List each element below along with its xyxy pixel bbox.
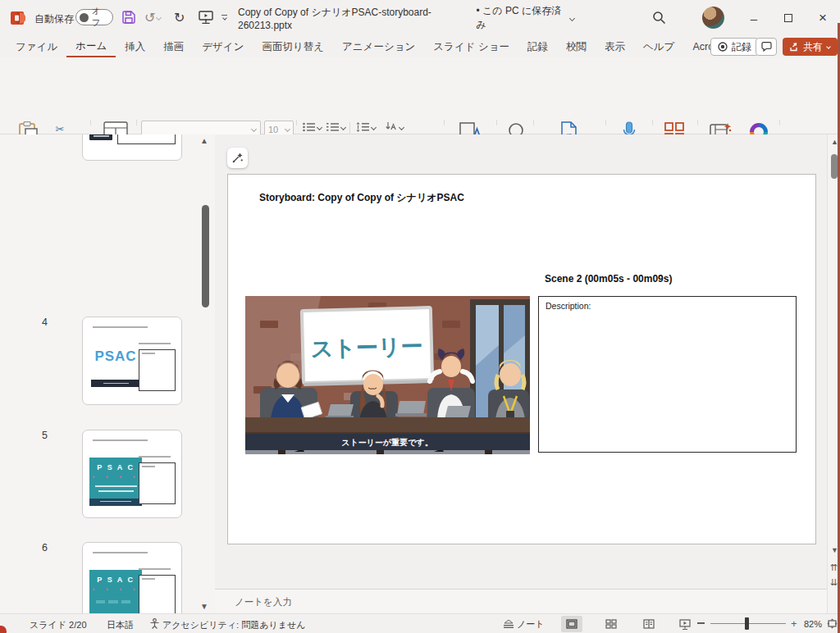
zoom-level[interactable]: 82% bbox=[804, 619, 822, 629]
tab-design[interactable]: デザイン bbox=[193, 36, 253, 57]
record-button[interactable]: 記録 bbox=[710, 38, 759, 56]
scene-illustration[interactable]: ストーリー bbox=[245, 296, 530, 454]
thumb-scene-line bbox=[139, 568, 170, 570]
share-button-label: 共有 bbox=[803, 40, 823, 54]
tab-review[interactable]: 校閲 bbox=[557, 36, 596, 57]
slide-canvas[interactable]: Storyboard: Copy of Copy of シナリオPSAC Sce… bbox=[227, 174, 816, 544]
ribbon: 貼り付け ✂ クリップボード スライド 10 B I U S ab AV bbox=[0, 57, 840, 134]
thumbnail-number-6: 6 bbox=[33, 542, 48, 553]
thumbnail-scroll-up-arrow[interactable]: ▲ bbox=[200, 136, 208, 145]
slide-indicator[interactable]: スライド 2/20 bbox=[30, 619, 87, 631]
document-title: Copy of Copy of シナリオPSAC-storyboard-2602… bbox=[238, 6, 472, 31]
tab-view[interactable]: 表示 bbox=[596, 36, 634, 57]
slide-thumbnail-3-partial[interactable] bbox=[82, 134, 182, 161]
thumb-title-line bbox=[93, 439, 148, 441]
notes-button-label: ノート bbox=[517, 618, 545, 631]
sparkle-pen-icon bbox=[231, 152, 244, 164]
thumb-description-box bbox=[139, 462, 175, 504]
designer-sparkle-button[interactable] bbox=[227, 148, 248, 168]
thumbnail-number-4: 4 bbox=[33, 316, 48, 328]
accessibility-status[interactable]: アクセシビリティ: 問題ありません bbox=[162, 619, 305, 631]
scrollbar-thumb[interactable] bbox=[831, 154, 838, 179]
tab-file[interactable]: ファイル bbox=[7, 36, 66, 57]
undo-button[interactable]: ↺ bbox=[144, 10, 161, 25]
tab-draw[interactable]: 描画 bbox=[154, 36, 193, 57]
normal-view-button[interactable] bbox=[561, 616, 582, 632]
reading-view-button[interactable] bbox=[638, 616, 660, 632]
slide-thumbnail-6[interactable]: P S A C ● ● ● ● bbox=[82, 542, 182, 613]
tab-record[interactable]: 記録 bbox=[518, 36, 557, 57]
redo-button[interactable]: ↻ bbox=[174, 10, 185, 25]
slide-sorter-view-button[interactable] bbox=[600, 616, 622, 632]
tab-animations[interactable]: アニメーション bbox=[333, 36, 424, 57]
share-button[interactable]: 共有 bbox=[783, 38, 838, 56]
zoom-in-button[interactable]: + bbox=[791, 617, 797, 630]
scene-caption: ストーリーが重要です。 bbox=[341, 438, 432, 447]
toggle-knob bbox=[80, 13, 89, 22]
tab-transitions[interactable]: 画面切り替え bbox=[253, 36, 333, 57]
account-avatar[interactable] bbox=[702, 7, 724, 29]
minimize-button[interactable]: – bbox=[737, 0, 771, 36]
save-status: • この PC に保存済み bbox=[477, 4, 567, 32]
slide-thumbnail-4[interactable]: PSAC bbox=[82, 316, 182, 405]
scene-label[interactable]: Scene 2 (00m05s - 00m09s) bbox=[545, 273, 672, 285]
slide-title[interactable]: Storyboard: Copy of Copy of シナリオPSAC bbox=[259, 191, 464, 205]
save-icon[interactable] bbox=[121, 10, 136, 25]
title-bar: 自動保存 オフ ↺ ↻ Copy of Copy of シナリオPSAC-sto… bbox=[0, 0, 840, 36]
tab-insert[interactable]: 挿入 bbox=[116, 36, 154, 57]
zoom-slider-tick-area bbox=[752, 623, 764, 624]
autosave-state: オフ bbox=[92, 6, 109, 29]
notification-fragment bbox=[0, 626, 7, 633]
search-icon[interactable] bbox=[652, 11, 666, 25]
slide-thumbnail-5[interactable]: P S A C ● ● ● ● bbox=[82, 430, 182, 518]
language-indicator[interactable]: 日本語 bbox=[107, 619, 134, 631]
document-title-area[interactable]: Copy of Copy of シナリオPSAC-storyboard-2602… bbox=[238, 0, 574, 36]
slideshow-view-button[interactable] bbox=[674, 616, 696, 632]
thumbnail-scroll-down-arrow[interactable]: ▼ bbox=[200, 602, 208, 611]
editing-area: Storyboard: Copy of Copy of シナリオPSAC Sce… bbox=[215, 134, 827, 613]
text-direction-button[interactable] bbox=[386, 122, 404, 133]
share-icon bbox=[790, 43, 799, 52]
bullets-button[interactable] bbox=[303, 122, 322, 132]
font-size-value: 10 bbox=[268, 125, 278, 134]
thumb-description-box bbox=[139, 575, 175, 613]
board-text: ストーリー bbox=[310, 334, 423, 362]
powerpoint-window: 自動保存 オフ ↺ ↻ Copy of Copy of シナリオPSAC-sto… bbox=[0, 0, 840, 633]
thumb-caption-bar bbox=[91, 380, 142, 387]
zoom-out-button[interactable] bbox=[697, 622, 705, 624]
notes-placeholder: ノートを入力 bbox=[235, 596, 292, 608]
thumb-slide-image: P S A C ● ● ● ● bbox=[89, 458, 142, 506]
line-spacing-button[interactable] bbox=[356, 122, 376, 132]
description-box[interactable]: Description: bbox=[538, 296, 797, 453]
record-icon bbox=[718, 42, 728, 52]
numbering-button[interactable] bbox=[326, 122, 345, 132]
ribbon-tab-bar: ファイル ホーム 挿入 描画 デザイン 画面切り替え アニメーション スライド … bbox=[7, 36, 737, 57]
tab-home-active[interactable]: ホーム bbox=[66, 36, 116, 57]
autosave-toggle[interactable]: オフ bbox=[75, 9, 113, 25]
zoom-slider-thumb[interactable] bbox=[745, 617, 749, 630]
close-button[interactable]: × bbox=[806, 0, 840, 36]
fit-to-window-button[interactable] bbox=[827, 618, 838, 629]
previous-slide-button[interactable]: ⇈ bbox=[830, 562, 838, 573]
slide-thumbnail-panel: 4 PSAC 5 P S A C ● ● ● ● 6 bbox=[0, 134, 215, 613]
thumbnail-scrollbar-thumb[interactable] bbox=[202, 205, 209, 307]
thumb-description-box bbox=[117, 134, 176, 144]
thumb-scene-line bbox=[139, 343, 170, 344]
description-label: Description: bbox=[546, 301, 591, 311]
maximize-button[interactable] bbox=[771, 0, 806, 36]
start-slideshow-icon[interactable] bbox=[199, 11, 213, 24]
tab-help[interactable]: ヘルプ bbox=[634, 36, 683, 57]
qat-customize-icon[interactable] bbox=[221, 15, 227, 20]
tab-slideshow[interactable]: スライド ショー bbox=[424, 36, 518, 57]
notes-toggle-button[interactable]: ノート bbox=[504, 617, 545, 631]
status-bar: スライド 2/20 日本語 アクセシビリティ: 問題ありません ノート + 82… bbox=[0, 613, 840, 633]
thumb-caption-bar bbox=[89, 134, 112, 140]
comments-button[interactable] bbox=[756, 38, 777, 56]
thumb-title-line bbox=[93, 552, 148, 553]
next-slide-button[interactable]: ⇊ bbox=[830, 577, 838, 588]
notes-pane[interactable]: ノートを入力 bbox=[215, 589, 827, 613]
powerpoint-logo-icon bbox=[11, 10, 27, 26]
thumbnail-number-5: 5 bbox=[33, 430, 48, 441]
thumb-description-box bbox=[139, 349, 175, 391]
autosave-label: 自動保存 bbox=[34, 12, 74, 26]
